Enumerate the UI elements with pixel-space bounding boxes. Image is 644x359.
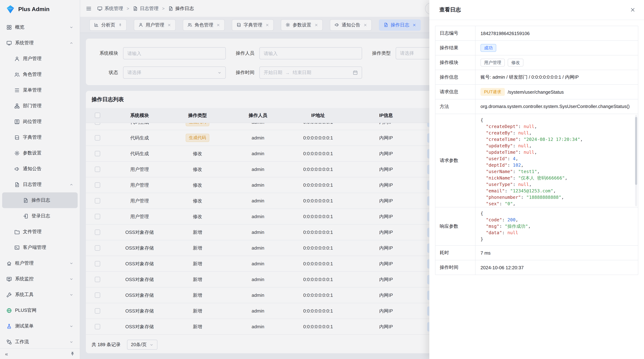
- cell-module: OSS对象存储: [109, 261, 170, 267]
- cost-value: 7 ms: [476, 246, 638, 260]
- row-checkbox[interactable]: [95, 277, 100, 282]
- row-checkbox[interactable]: [95, 293, 100, 298]
- breadcrumb: 系统管理 > 日志管理 >: [97, 5, 194, 12]
- row-checkbox[interactable]: [95, 198, 100, 203]
- sidebar-item[interactable]: 通知公告: [2, 161, 78, 177]
- cell-operator: admin: [225, 293, 291, 298]
- sidebar-item[interactable]: 菜单管理: [2, 82, 78, 98]
- close-icon[interactable]: [412, 23, 416, 27]
- breadcrumb-separator: >: [162, 6, 164, 11]
- sidebar-item[interactable]: 客户端管理: [2, 240, 78, 255]
- row-checkbox[interactable]: [95, 245, 100, 251]
- cell-ip: 0:0:0:0:0:0:0:1: [291, 230, 345, 235]
- sidebar-item[interactable]: 租户管理: [2, 255, 78, 271]
- breadcrumb-item[interactable]: 日志管理: [133, 5, 158, 12]
- close-icon[interactable]: [314, 23, 318, 27]
- row-checkbox[interactable]: [95, 230, 100, 235]
- tab[interactable]: 操作日志: [379, 19, 421, 30]
- row-checkbox[interactable]: [95, 214, 100, 219]
- status-select[interactable]: 请选择: [123, 66, 226, 79]
- select-all-checkbox[interactable]: [95, 113, 100, 118]
- sidebar-item[interactable]: 参数设置: [2, 145, 78, 161]
- cell-module: 代码生成: [109, 123, 170, 125]
- row-checkbox[interactable]: [95, 324, 100, 329]
- file-icon: [14, 229, 20, 234]
- row-checkbox[interactable]: [95, 135, 100, 140]
- row-checkbox[interactable]: [95, 308, 100, 314]
- pin-icon[interactable]: [118, 23, 122, 27]
- sidebar-item[interactable]: 岗位管理: [2, 114, 78, 129]
- tab[interactable]: 参数设置: [281, 19, 323, 30]
- tab[interactable]: 角色管理: [183, 19, 225, 30]
- close-icon[interactable]: [168, 23, 171, 27]
- cell-module: OSS对象存储: [109, 245, 170, 251]
- field-method: 方法 org.dromara.system.controller.system.…: [436, 99, 638, 114]
- system-module-input[interactable]: [123, 47, 226, 59]
- cell-module: OSS对象存储: [109, 324, 170, 330]
- role-icon: [188, 22, 192, 27]
- cell-ip: 0:0:0:0:0:0:0:1: [291, 214, 345, 219]
- row-checkbox[interactable]: [95, 261, 100, 266]
- close-icon[interactable]: [364, 23, 367, 27]
- cell-module: OSS对象存储: [109, 292, 170, 298]
- cell-ip-info: 内网IP: [345, 324, 427, 330]
- sidebar-item[interactable]: 文件管理: [2, 224, 78, 240]
- sidebar-item[interactable]: PLUS官网: [2, 303, 78, 318]
- response-params-json: { "code": 200, "msg": "操作成功", "data": nu…: [476, 207, 638, 245]
- cell-op-type: 生成代码: [186, 123, 209, 126]
- collapse-sidebar-button[interactable]: «: [5, 351, 8, 357]
- column-header: 操作类型: [170, 112, 225, 118]
- sidebar-item[interactable]: 登录日志: [2, 208, 78, 224]
- sidebar-item[interactable]: 工作流: [2, 334, 78, 348]
- cell-operator: admin: [225, 167, 291, 172]
- op-time-range-picker[interactable]: 开始日期 → 结束日期: [260, 66, 362, 79]
- pin-sidebar-icon[interactable]: [70, 352, 75, 356]
- app-root: Plus Admin 概览 系统管理 用户管理: [0, 0, 644, 359]
- tab[interactable]: 分析页: [90, 19, 127, 30]
- chevron-down-icon: [70, 293, 73, 297]
- breadcrumb-item[interactable]: 操作日志: [168, 5, 194, 12]
- hamburger-menu-icon[interactable]: [86, 5, 92, 11]
- chevron-down-icon: [70, 261, 73, 265]
- close-icon[interactable]: [266, 23, 269, 27]
- row-checkbox[interactable]: [95, 151, 100, 156]
- chevron-down-icon: [70, 277, 73, 281]
- operator-input[interactable]: [260, 47, 362, 59]
- op-time-value: 2024-10-06 12:20:37: [476, 260, 638, 275]
- page-size-select[interactable]: 20条/页: [127, 340, 158, 350]
- system-icon: [97, 6, 102, 11]
- total-records-text: 共 189 条记录: [92, 342, 120, 348]
- sidebar-item[interactable]: 日志管理: [2, 177, 78, 192]
- sidebar-item[interactable]: 系统工具: [2, 287, 78, 303]
- field-module: 操作模块 用户管理 修改: [436, 55, 638, 70]
- cell-ip: 0:0:0:0:0:0:0:1: [291, 308, 345, 314]
- tab[interactable]: 字典管理: [232, 19, 274, 30]
- tab[interactable]: 通知公告: [330, 19, 372, 30]
- sidebar-item[interactable]: 系统监控: [2, 271, 78, 287]
- sidebar-item[interactable]: 部门管理: [2, 98, 78, 114]
- request-params-json: { "createDept": null, "createBy": null, …: [476, 114, 638, 207]
- drawer-close-icon[interactable]: [630, 7, 636, 12]
- cell-ip: 0:0:0:0:0:0:0:1: [291, 324, 345, 329]
- sidebar-item[interactable]: 操作日志: [2, 192, 78, 208]
- op-type-badge: 修改: [508, 59, 524, 66]
- sidebar-item[interactable]: 用户管理: [2, 51, 78, 66]
- row-checkbox[interactable]: [95, 182, 100, 188]
- close-icon[interactable]: [216, 23, 220, 27]
- sidebar-item[interactable]: 概览: [2, 19, 78, 35]
- scrollbar-thumb[interactable]: [635, 117, 637, 185]
- sidebar-item[interactable]: 系统管理: [2, 35, 78, 51]
- app-logo[interactable]: Plus Admin: [0, 0, 80, 18]
- op-type-label: 操作类型: [362, 50, 396, 56]
- cell-ip-info: 内网IP: [345, 198, 427, 204]
- cell-ip-info: 内网IP: [345, 276, 427, 283]
- row-checkbox[interactable]: [95, 123, 100, 125]
- sidebar-item[interactable]: 角色管理: [2, 66, 78, 82]
- row-checkbox[interactable]: [95, 167, 100, 172]
- sidebar-item[interactable]: 测试菜单: [2, 318, 78, 334]
- breadcrumb-item[interactable]: 系统管理: [97, 5, 123, 12]
- cell-ip: 0:0:0:0:0:0:0:1: [291, 123, 345, 125]
- role-icon: [14, 72, 20, 77]
- sidebar-item[interactable]: 字典管理: [2, 129, 78, 145]
- tab[interactable]: 用户管理: [134, 19, 176, 30]
